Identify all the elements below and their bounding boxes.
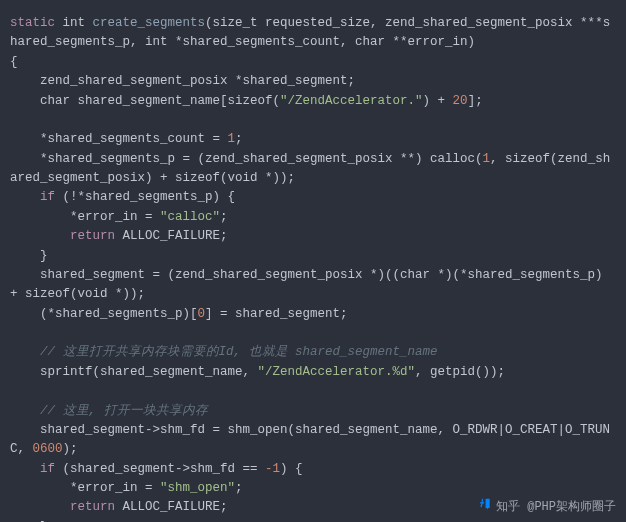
- string: "/ZendAccelerator.%d": [258, 365, 416, 379]
- code-text: (!*shared_segments_p) {: [55, 190, 235, 204]
- number: 1: [228, 132, 236, 146]
- code-text: ) {: [280, 462, 303, 476]
- code-text: , getpid());: [415, 365, 505, 379]
- code-text: ALLOC_FAILURE;: [115, 229, 228, 243]
- number: -1: [265, 462, 280, 476]
- keyword: return: [70, 229, 115, 243]
- number: 1: [483, 152, 491, 166]
- keyword: if: [40, 190, 55, 204]
- function-name: create_segments: [93, 16, 206, 30]
- code-text: }: [10, 249, 48, 263]
- code-text: char shared_segment_name[sizeof(: [10, 94, 280, 108]
- code-text: *error_in =: [10, 481, 160, 495]
- keyword: static: [10, 16, 55, 30]
- code-text: {: [10, 55, 18, 69]
- code-text: shared_segment = (zend_shared_segment_po…: [10, 268, 610, 301]
- code-text: *shared_segments_p = (zend_shared_segmen…: [10, 152, 483, 166]
- number: 0600: [33, 442, 63, 456]
- code-text: [10, 462, 40, 476]
- keyword: return: [70, 500, 115, 514]
- comment: // 这里打开共享内存块需要的Id, 也就是 shared_segment_na…: [10, 345, 438, 359]
- keyword: if: [40, 462, 55, 476]
- watermark: 知乎 @PHP架构师圈子: [478, 497, 616, 518]
- code-text: zend_shared_segment_posix *shared_segmen…: [10, 74, 355, 88]
- code-text: sprintf(shared_segment_name,: [10, 365, 258, 379]
- code-block: static int create_segments(size_t reques…: [0, 0, 626, 522]
- string: "calloc": [160, 210, 220, 224]
- code-text: [10, 190, 40, 204]
- code-text: [10, 229, 70, 243]
- code-text: *shared_segments_count =: [10, 132, 228, 146]
- code-text: ALLOC_FAILURE;: [115, 500, 228, 514]
- code-text: ;: [235, 481, 243, 495]
- watermark-text: 知乎 @PHP架构师圈子: [496, 498, 616, 517]
- comment: // 这里, 打开一块共享内存: [10, 404, 208, 418]
- number: 0: [198, 307, 206, 321]
- code-text: ];: [468, 94, 483, 108]
- code-text: int: [55, 16, 93, 30]
- code-text: *error_in =: [10, 210, 160, 224]
- code-text: );: [63, 442, 78, 456]
- number: 20: [453, 94, 468, 108]
- code-text: ) +: [423, 94, 453, 108]
- string: "/ZendAccelerator.": [280, 94, 423, 108]
- zhihu-icon: [478, 497, 492, 518]
- code-text: ;: [220, 210, 228, 224]
- string: "shm_open": [160, 481, 235, 495]
- code-text: (*shared_segments_p)[: [10, 307, 198, 321]
- code-text: ] = shared_segment;: [205, 307, 348, 321]
- code-text: ;: [235, 132, 243, 146]
- code-text: (shared_segment->shm_fd ==: [55, 462, 265, 476]
- code-text: [10, 500, 70, 514]
- code-text: shared_segment->shm_fd = shm_open(shared…: [10, 423, 610, 456]
